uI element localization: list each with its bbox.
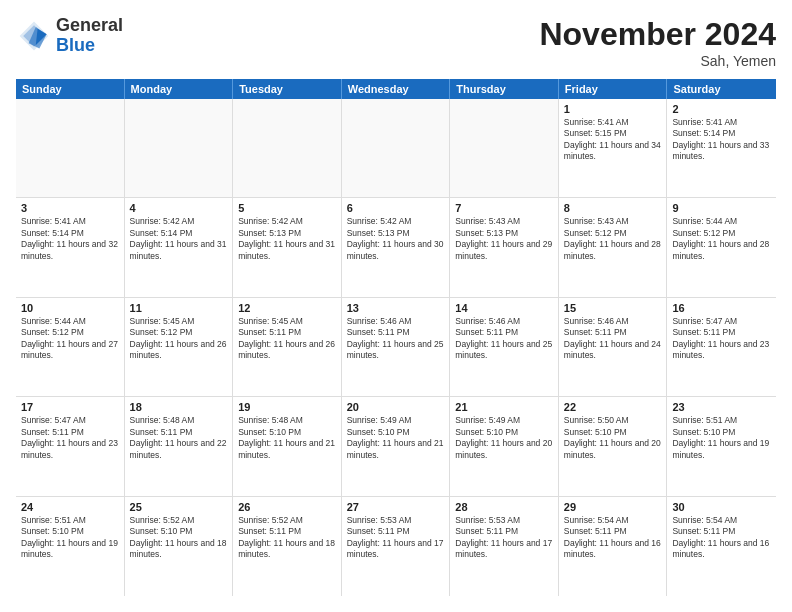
day-number: 22 xyxy=(564,401,662,413)
day-number: 11 xyxy=(130,302,228,314)
logo: General Blue xyxy=(16,16,123,56)
day-number: 13 xyxy=(347,302,445,314)
month-title: November 2024 xyxy=(539,16,776,53)
day-number: 19 xyxy=(238,401,336,413)
cell-text: Sunrise: 5:54 AM Sunset: 5:11 PM Dayligh… xyxy=(564,515,662,561)
day-number: 17 xyxy=(21,401,119,413)
day-number: 20 xyxy=(347,401,445,413)
empty-cell xyxy=(450,99,559,197)
day-number: 26 xyxy=(238,501,336,513)
logo-blue: Blue xyxy=(56,35,95,55)
cell-text: Sunrise: 5:54 AM Sunset: 5:11 PM Dayligh… xyxy=(672,515,771,561)
day-number: 25 xyxy=(130,501,228,513)
cell-text: Sunrise: 5:46 AM Sunset: 5:11 PM Dayligh… xyxy=(564,316,662,362)
cell-text: Sunrise: 5:42 AM Sunset: 5:14 PM Dayligh… xyxy=(130,216,228,262)
day-number: 21 xyxy=(455,401,553,413)
cell-text: Sunrise: 5:52 AM Sunset: 5:11 PM Dayligh… xyxy=(238,515,336,561)
empty-cell xyxy=(16,99,125,197)
day-number: 5 xyxy=(238,202,336,214)
day-number: 7 xyxy=(455,202,553,214)
cell-text: Sunrise: 5:44 AM Sunset: 5:12 PM Dayligh… xyxy=(21,316,119,362)
cell-text: Sunrise: 5:41 AM Sunset: 5:15 PM Dayligh… xyxy=(564,117,662,163)
day-number: 14 xyxy=(455,302,553,314)
day-cell-26: 26Sunrise: 5:52 AM Sunset: 5:11 PM Dayli… xyxy=(233,497,342,596)
title-block: November 2024 Sah, Yemen xyxy=(539,16,776,69)
day-number: 18 xyxy=(130,401,228,413)
cell-text: Sunrise: 5:41 AM Sunset: 5:14 PM Dayligh… xyxy=(672,117,771,163)
day-cell-25: 25Sunrise: 5:52 AM Sunset: 5:10 PM Dayli… xyxy=(125,497,234,596)
day-cell-2: 2Sunrise: 5:41 AM Sunset: 5:14 PM Daylig… xyxy=(667,99,776,197)
day-cell-30: 30Sunrise: 5:54 AM Sunset: 5:11 PM Dayli… xyxy=(667,497,776,596)
calendar-row-0: 1Sunrise: 5:41 AM Sunset: 5:15 PM Daylig… xyxy=(16,99,776,198)
day-number: 29 xyxy=(564,501,662,513)
day-number: 23 xyxy=(672,401,771,413)
day-cell-9: 9Sunrise: 5:44 AM Sunset: 5:12 PM Daylig… xyxy=(667,198,776,296)
calendar-header: SundayMondayTuesdayWednesdayThursdayFrid… xyxy=(16,79,776,99)
cell-text: Sunrise: 5:42 AM Sunset: 5:13 PM Dayligh… xyxy=(238,216,336,262)
cell-text: Sunrise: 5:46 AM Sunset: 5:11 PM Dayligh… xyxy=(455,316,553,362)
cell-text: Sunrise: 5:49 AM Sunset: 5:10 PM Dayligh… xyxy=(347,415,445,461)
cell-text: Sunrise: 5:50 AM Sunset: 5:10 PM Dayligh… xyxy=(564,415,662,461)
day-number: 12 xyxy=(238,302,336,314)
day-cell-16: 16Sunrise: 5:47 AM Sunset: 5:11 PM Dayli… xyxy=(667,298,776,396)
day-cell-3: 3Sunrise: 5:41 AM Sunset: 5:14 PM Daylig… xyxy=(16,198,125,296)
day-cell-10: 10Sunrise: 5:44 AM Sunset: 5:12 PM Dayli… xyxy=(16,298,125,396)
day-cell-18: 18Sunrise: 5:48 AM Sunset: 5:11 PM Dayli… xyxy=(125,397,234,495)
day-number: 2 xyxy=(672,103,771,115)
weekday-header-monday: Monday xyxy=(125,79,234,99)
cell-text: Sunrise: 5:53 AM Sunset: 5:11 PM Dayligh… xyxy=(455,515,553,561)
day-number: 1 xyxy=(564,103,662,115)
day-cell-8: 8Sunrise: 5:43 AM Sunset: 5:12 PM Daylig… xyxy=(559,198,668,296)
calendar-row-3: 17Sunrise: 5:47 AM Sunset: 5:11 PM Dayli… xyxy=(16,397,776,496)
day-number: 3 xyxy=(21,202,119,214)
cell-text: Sunrise: 5:53 AM Sunset: 5:11 PM Dayligh… xyxy=(347,515,445,561)
cell-text: Sunrise: 5:48 AM Sunset: 5:11 PM Dayligh… xyxy=(130,415,228,461)
day-number: 16 xyxy=(672,302,771,314)
empty-cell xyxy=(125,99,234,197)
day-cell-27: 27Sunrise: 5:53 AM Sunset: 5:11 PM Dayli… xyxy=(342,497,451,596)
cell-text: Sunrise: 5:45 AM Sunset: 5:12 PM Dayligh… xyxy=(130,316,228,362)
cell-text: Sunrise: 5:47 AM Sunset: 5:11 PM Dayligh… xyxy=(21,415,119,461)
weekday-header-wednesday: Wednesday xyxy=(342,79,451,99)
day-cell-21: 21Sunrise: 5:49 AM Sunset: 5:10 PM Dayli… xyxy=(450,397,559,495)
cell-text: Sunrise: 5:45 AM Sunset: 5:11 PM Dayligh… xyxy=(238,316,336,362)
day-number: 30 xyxy=(672,501,771,513)
weekday-header-friday: Friday xyxy=(559,79,668,99)
day-cell-13: 13Sunrise: 5:46 AM Sunset: 5:11 PM Dayli… xyxy=(342,298,451,396)
cell-text: Sunrise: 5:52 AM Sunset: 5:10 PM Dayligh… xyxy=(130,515,228,561)
day-cell-29: 29Sunrise: 5:54 AM Sunset: 5:11 PM Dayli… xyxy=(559,497,668,596)
day-cell-4: 4Sunrise: 5:42 AM Sunset: 5:14 PM Daylig… xyxy=(125,198,234,296)
day-cell-17: 17Sunrise: 5:47 AM Sunset: 5:11 PM Dayli… xyxy=(16,397,125,495)
day-cell-5: 5Sunrise: 5:42 AM Sunset: 5:13 PM Daylig… xyxy=(233,198,342,296)
day-cell-24: 24Sunrise: 5:51 AM Sunset: 5:10 PM Dayli… xyxy=(16,497,125,596)
day-cell-20: 20Sunrise: 5:49 AM Sunset: 5:10 PM Dayli… xyxy=(342,397,451,495)
weekday-header-tuesday: Tuesday xyxy=(233,79,342,99)
weekday-header-saturday: Saturday xyxy=(667,79,776,99)
day-cell-11: 11Sunrise: 5:45 AM Sunset: 5:12 PM Dayli… xyxy=(125,298,234,396)
cell-text: Sunrise: 5:43 AM Sunset: 5:12 PM Dayligh… xyxy=(564,216,662,262)
day-cell-1: 1Sunrise: 5:41 AM Sunset: 5:15 PM Daylig… xyxy=(559,99,668,197)
logo-text: General Blue xyxy=(56,16,123,56)
day-cell-28: 28Sunrise: 5:53 AM Sunset: 5:11 PM Dayli… xyxy=(450,497,559,596)
cell-text: Sunrise: 5:48 AM Sunset: 5:10 PM Dayligh… xyxy=(238,415,336,461)
page: General Blue November 2024 Sah, Yemen Su… xyxy=(0,0,792,612)
day-number: 4 xyxy=(130,202,228,214)
logo-icon xyxy=(16,18,52,54)
day-number: 24 xyxy=(21,501,119,513)
cell-text: Sunrise: 5:47 AM Sunset: 5:11 PM Dayligh… xyxy=(672,316,771,362)
day-cell-7: 7Sunrise: 5:43 AM Sunset: 5:13 PM Daylig… xyxy=(450,198,559,296)
calendar-row-1: 3Sunrise: 5:41 AM Sunset: 5:14 PM Daylig… xyxy=(16,198,776,297)
day-cell-14: 14Sunrise: 5:46 AM Sunset: 5:11 PM Dayli… xyxy=(450,298,559,396)
calendar-body: 1Sunrise: 5:41 AM Sunset: 5:15 PM Daylig… xyxy=(16,99,776,596)
cell-text: Sunrise: 5:51 AM Sunset: 5:10 PM Dayligh… xyxy=(672,415,771,461)
cell-text: Sunrise: 5:41 AM Sunset: 5:14 PM Dayligh… xyxy=(21,216,119,262)
weekday-header-thursday: Thursday xyxy=(450,79,559,99)
empty-cell xyxy=(233,99,342,197)
calendar-row-4: 24Sunrise: 5:51 AM Sunset: 5:10 PM Dayli… xyxy=(16,497,776,596)
location: Sah, Yemen xyxy=(539,53,776,69)
day-cell-12: 12Sunrise: 5:45 AM Sunset: 5:11 PM Dayli… xyxy=(233,298,342,396)
day-number: 6 xyxy=(347,202,445,214)
cell-text: Sunrise: 5:44 AM Sunset: 5:12 PM Dayligh… xyxy=(672,216,771,262)
day-cell-23: 23Sunrise: 5:51 AM Sunset: 5:10 PM Dayli… xyxy=(667,397,776,495)
day-number: 27 xyxy=(347,501,445,513)
